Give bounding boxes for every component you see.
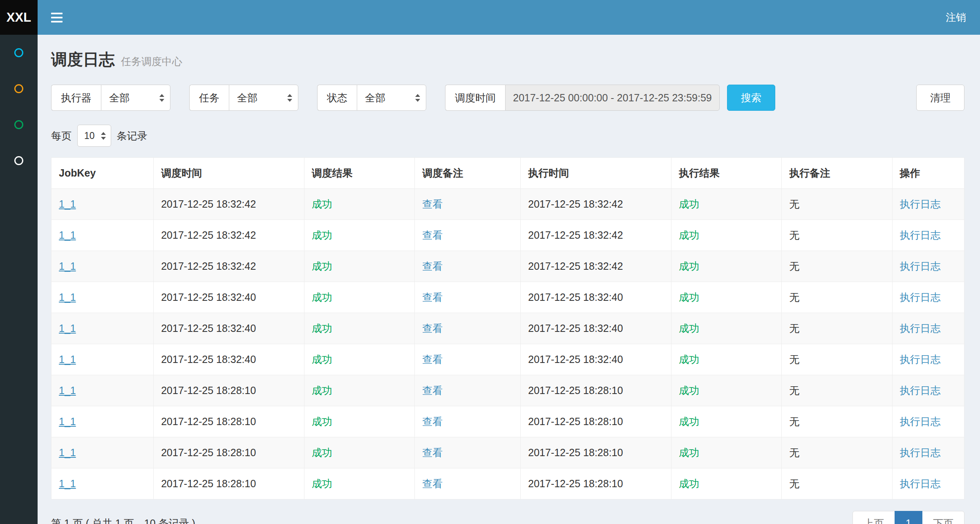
- trigger-msg-link[interactable]: 查看: [422, 198, 443, 210]
- trigger-time-filter-group: 调度时间 2017-12-25 00:00:00 - 2017-12-25 23…: [445, 85, 720, 111]
- execution-log-link[interactable]: 执行日志: [900, 447, 941, 458]
- status-filter-group: 状态 全部: [317, 85, 426, 111]
- status-select[interactable]: 全部: [357, 85, 426, 111]
- handle-result-cell: 成功: [679, 354, 699, 365]
- app-logo[interactable]: XXL: [0, 0, 38, 35]
- jobkey-link[interactable]: 1_1: [59, 478, 76, 489]
- trigger-time-range-value: 2017-12-25 00:00:00 - 2017-12-25 23:59:5…: [513, 92, 712, 104]
- jobkey-link[interactable]: 1_1: [59, 260, 76, 272]
- logout-link[interactable]: 注销: [946, 11, 966, 24]
- executor-select-value: 全部: [109, 91, 130, 105]
- next-page-button[interactable]: 下页: [922, 511, 964, 524]
- sidebar-item-1[interactable]: [0, 35, 38, 71]
- handle-time-cell: 2017-12-25 18:32:42: [528, 229, 623, 241]
- execution-log-link[interactable]: 执行日志: [900, 354, 941, 365]
- job-filter-group: 任务 全部: [189, 85, 298, 111]
- table-row: 1_1 2017-12-25 18:32:42 成功 查看 2017-12-25…: [51, 220, 964, 251]
- job-filter-label: 任务: [189, 85, 229, 111]
- hamburger-icon: [51, 13, 63, 14]
- pagination-summary: 第 1 页 ( 总共 1 页，10 条记录 ): [51, 517, 195, 524]
- execution-log-link[interactable]: 执行日志: [900, 291, 941, 303]
- page-1-button[interactable]: 1: [895, 511, 922, 524]
- execution-log-link[interactable]: 执行日志: [900, 478, 941, 489]
- jobkey-link[interactable]: 1_1: [59, 229, 76, 241]
- sidebar-item-2[interactable]: [0, 71, 38, 107]
- handle-result-cell: 成功: [679, 478, 699, 489]
- trigger-msg-link[interactable]: 查看: [422, 416, 443, 427]
- chevron-up-down-icon: [287, 94, 292, 102]
- jobkey-link[interactable]: 1_1: [59, 354, 76, 365]
- page-size-control: 每页 10 条记录: [51, 125, 964, 147]
- trigger-msg-link[interactable]: 查看: [422, 260, 443, 272]
- clear-button[interactable]: 清理: [916, 85, 964, 111]
- execution-log-link[interactable]: 执行日志: [900, 229, 941, 241]
- trigger-msg-link[interactable]: 查看: [422, 385, 443, 396]
- jobkey-link[interactable]: 1_1: [59, 385, 76, 396]
- trigger-msg-link[interactable]: 查看: [422, 291, 443, 303]
- executor-filter-group: 执行器 全部: [51, 85, 170, 111]
- executor-select[interactable]: 全部: [101, 85, 170, 111]
- search-button[interactable]: 搜索: [727, 85, 775, 111]
- trigger-time-cell: 2017-12-25 18:32:42: [161, 198, 256, 210]
- table-footer: 第 1 页 ( 总共 1 页，10 条记录 ) 上页 1 下页: [51, 511, 964, 524]
- trigger-time-range-input[interactable]: 2017-12-25 00:00:00 - 2017-12-25 23:59:5…: [505, 85, 720, 111]
- col-trigger-time: 调度时间: [154, 158, 304, 189]
- trigger-msg-link[interactable]: 查看: [422, 322, 443, 334]
- handle-time-cell: 2017-12-25 18:28:10: [528, 416, 623, 427]
- handle-time-cell: 2017-12-25 18:32:40: [528, 291, 623, 303]
- handle-time-cell: 2017-12-25 18:28:10: [528, 447, 623, 458]
- execution-log-link[interactable]: 执行日志: [900, 260, 941, 272]
- execution-log-link[interactable]: 执行日志: [900, 416, 941, 427]
- trigger-result-cell: 成功: [312, 229, 332, 241]
- table-row: 1_1 2017-12-25 18:32:40 成功 查看 2017-12-25…: [51, 344, 964, 375]
- dispatch-log-table: JobKey 调度时间 调度结果 调度备注 执行时间 执行结果 执行备注 操作 …: [51, 157, 964, 499]
- handle-msg-cell: 无: [789, 447, 799, 458]
- handle-time-cell: 2017-12-25 18:32:42: [528, 198, 623, 210]
- table-header-row: JobKey 调度时间 调度结果 调度备注 执行时间 执行结果 执行备注 操作: [51, 158, 964, 189]
- execution-log-link[interactable]: 执行日志: [900, 385, 941, 396]
- prev-page-button[interactable]: 上页: [852, 511, 895, 524]
- trigger-msg-link[interactable]: 查看: [422, 354, 443, 365]
- page-size-select[interactable]: 10: [77, 125, 111, 147]
- jobkey-link[interactable]: 1_1: [59, 198, 76, 210]
- handle-result-cell: 成功: [679, 291, 699, 303]
- table-row: 1_1 2017-12-25 18:28:10 成功 查看 2017-12-25…: [51, 437, 964, 468]
- handle-msg-cell: 无: [789, 385, 799, 396]
- trigger-time-cell: 2017-12-25 18:32:42: [161, 260, 256, 272]
- trigger-result-cell: 成功: [312, 291, 332, 303]
- trigger-time-cell: 2017-12-25 18:32:40: [161, 322, 256, 334]
- page-subtitle: 任务调度中心: [121, 55, 182, 68]
- chevron-up-down-icon: [159, 94, 164, 102]
- handle-msg-cell: 无: [789, 229, 799, 241]
- job-select[interactable]: 全部: [229, 85, 298, 111]
- jobkey-link[interactable]: 1_1: [59, 322, 76, 334]
- sidebar-item-3[interactable]: [0, 107, 38, 143]
- col-handle-time: 执行时间: [521, 158, 671, 189]
- handle-result-cell: 成功: [679, 322, 699, 334]
- jobkey-link[interactable]: 1_1: [59, 291, 76, 303]
- handle-time-cell: 2017-12-25 18:28:10: [528, 478, 623, 489]
- log-table-body: 1_1 2017-12-25 18:32:42 成功 查看 2017-12-25…: [51, 189, 964, 499]
- jobkey-link[interactable]: 1_1: [59, 447, 76, 458]
- execution-log-link[interactable]: 执行日志: [900, 198, 941, 210]
- table-row: 1_1 2017-12-25 18:32:40 成功 查看 2017-12-25…: [51, 313, 964, 344]
- sidebar-menu: [0, 35, 38, 524]
- jobkey-link[interactable]: 1_1: [59, 416, 76, 427]
- trigger-result-cell: 成功: [312, 198, 332, 210]
- circle-icon: [14, 48, 23, 57]
- navbar-main: 注销: [38, 0, 980, 35]
- sidebar-toggle-button[interactable]: [38, 0, 76, 35]
- trigger-msg-link[interactable]: 查看: [422, 229, 443, 241]
- trigger-msg-link[interactable]: 查看: [422, 478, 443, 489]
- handle-msg-cell: 无: [789, 354, 799, 365]
- table-row: 1_1 2017-12-25 18:28:10 成功 查看 2017-12-25…: [51, 468, 964, 499]
- trigger-msg-link[interactable]: 查看: [422, 447, 443, 458]
- execution-log-link[interactable]: 执行日志: [900, 322, 941, 334]
- handle-msg-cell: 无: [789, 416, 799, 427]
- chevron-up-down-icon: [415, 94, 420, 102]
- sidebar-item-4[interactable]: [0, 143, 38, 179]
- table-row: 1_1 2017-12-25 18:32:42 成功 查看 2017-12-25…: [51, 251, 964, 282]
- trigger-time-cell: 2017-12-25 18:28:10: [161, 385, 256, 396]
- circle-icon: [14, 120, 23, 129]
- status-select-value: 全部: [365, 91, 385, 105]
